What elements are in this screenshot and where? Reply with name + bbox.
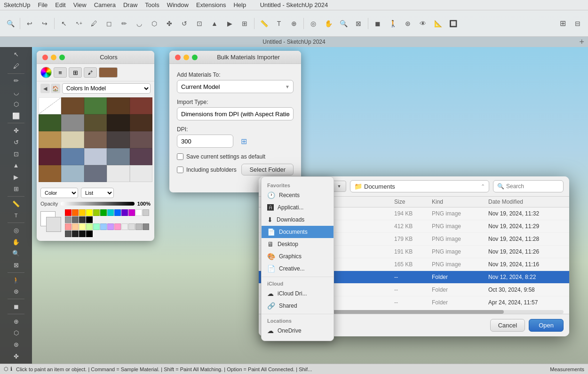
- tool-arc[interactable]: ◡: [133, 17, 146, 30]
- tool-pencil[interactable]: ✏: [118, 17, 131, 30]
- tool-more1[interactable]: ⊞: [556, 17, 569, 30]
- mini-swatch-mgray[interactable]: [65, 216, 72, 223]
- color-swatch-19[interactable]: [130, 148, 152, 165]
- color-swatch-14[interactable]: [130, 131, 152, 148]
- tool-eraser[interactable]: ◻: [103, 17, 116, 30]
- tool-section[interactable]: ◼: [371, 17, 384, 30]
- mini-swatch-extra3[interactable]: [135, 223, 142, 230]
- mini-swatch-lime[interactable]: [86, 209, 93, 216]
- mini-swatch-blue[interactable]: [114, 209, 121, 216]
- tool-section-left[interactable]: ◼: [6, 301, 26, 312]
- mini-swatch-yellow[interactable]: [79, 209, 86, 216]
- tool-position[interactable]: ⊛: [401, 17, 414, 30]
- favorites-item-recents[interactable]: 🕐 Recents: [262, 189, 334, 201]
- menu-item-sketchup[interactable]: SketchUp: [4, 1, 30, 8]
- menu-item-tools[interactable]: Tools: [145, 1, 159, 8]
- tool-lookaround[interactable]: 👁: [416, 17, 429, 30]
- tool-pencil-left[interactable]: ✏: [6, 75, 26, 86]
- background-swatch[interactable]: [46, 217, 61, 232]
- tool-offset-left[interactable]: ⊞: [6, 183, 26, 194]
- menu-item-window[interactable]: Window: [167, 1, 189, 8]
- favorites-item-icloud[interactable]: ☁ iCloud Dri...: [262, 287, 334, 300]
- tool-redo[interactable]: ↪: [38, 17, 51, 30]
- color-swatch-transparent[interactable]: [39, 97, 61, 114]
- mini-swatch-extra6[interactable]: [72, 231, 79, 237]
- tool-zoom-ext-left[interactable]: ⊠: [6, 260, 26, 271]
- color-swatch-1[interactable]: [61, 97, 84, 114]
- tool-scale-left[interactable]: ⊡: [6, 149, 26, 159]
- color-swatch-6[interactable]: [61, 114, 84, 131]
- mini-swatch-extra5[interactable]: [65, 231, 72, 237]
- tool-select-left[interactable]: ↖: [6, 49, 26, 60]
- mini-swatch-red[interactable]: [65, 209, 72, 216]
- color-swatch-13[interactable]: [107, 131, 129, 148]
- favorites-item-onedrive[interactable]: ☁ OneDrive: [262, 325, 334, 337]
- bulk-minimize-button[interactable]: [183, 55, 189, 60]
- menu-item-camera[interactable]: Camera: [94, 1, 116, 8]
- tool-undo[interactable]: ↩: [23, 17, 36, 30]
- color-swatch-18[interactable]: [107, 148, 129, 165]
- tool-shapes[interactable]: ⬡: [148, 17, 161, 30]
- color-swatch-17[interactable]: [84, 148, 107, 165]
- tool-rotate[interactable]: ↺: [178, 17, 191, 30]
- tool-push[interactable]: ▲: [208, 17, 221, 30]
- mini-swatch-dgray[interactable]: [72, 216, 79, 223]
- colors-home-button[interactable]: 🏠: [51, 84, 60, 93]
- tool-zoom[interactable]: 🔍: [337, 17, 350, 30]
- tool-text[interactable]: T: [272, 17, 286, 30]
- including-subfolders-checkbox[interactable]: [177, 167, 183, 173]
- tool-rotate-left[interactable]: ↺: [6, 137, 26, 148]
- tool-tape[interactable]: 📏: [257, 17, 270, 30]
- fp-cancel-button[interactable]: Cancel: [490, 319, 525, 332]
- color-list-select[interactable]: List: [81, 188, 114, 198]
- dpi-grid-icon[interactable]: ⊞: [237, 135, 250, 148]
- menu-item-extensions[interactable]: Extensions: [196, 1, 226, 8]
- mini-swatch-extra4[interactable]: [143, 223, 149, 230]
- colors-back-button[interactable]: ◀: [40, 84, 50, 93]
- tool-text-left[interactable]: T: [6, 210, 26, 221]
- mini-swatch-pink[interactable]: [65, 223, 72, 230]
- mini-swatch-black[interactable]: [86, 216, 93, 223]
- color-swatch-2[interactable]: [84, 97, 107, 114]
- tool-paint[interactable]: 🖊: [87, 17, 101, 30]
- tool-walkthrough[interactable]: 🚶: [386, 17, 399, 30]
- tool-rect-left[interactable]: ⬜: [6, 111, 26, 121]
- save-default-checkbox[interactable]: [177, 153, 183, 160]
- favorites-item-downloads[interactable]: ⬇ Downloads: [262, 214, 334, 226]
- color-sliders-icon[interactable]: ≡: [54, 67, 67, 78]
- tool-poly-left[interactable]: ⬡: [6, 99, 26, 110]
- fp-search-bar[interactable]: 🔍: [493, 180, 564, 192]
- menu-item-file[interactable]: File: [38, 1, 48, 8]
- menu-item-draw[interactable]: Draw: [123, 1, 137, 8]
- dpi-input[interactable]: [177, 135, 233, 148]
- bulk-maximize-button[interactable]: [192, 55, 198, 60]
- tool-sandbox-left[interactable]: ⊛: [6, 339, 26, 350]
- mini-swatch-rose[interactable]: [114, 223, 121, 230]
- tool-zoom-left[interactable]: 🔍: [6, 248, 26, 259]
- mini-swatch-lavender[interactable]: [107, 223, 114, 230]
- favorites-item-graphics[interactable]: 🎨 Graphics: [262, 250, 334, 263]
- color-palette-icon[interactable]: ⊞: [69, 67, 82, 78]
- tool-orbit[interactable]: ◎: [307, 17, 320, 30]
- color-swatch-5[interactable]: [39, 114, 61, 131]
- tool-measure[interactable]: 📐: [431, 17, 445, 30]
- color-swatch-12[interactable]: [84, 131, 107, 148]
- tool-axes-left[interactable]: ⊕: [6, 316, 26, 327]
- opacity-slider[interactable]: [61, 202, 135, 206]
- color-swatch-11[interactable]: [61, 131, 84, 148]
- color-swatch-9[interactable]: [130, 114, 152, 131]
- mini-swatch-chartreuse[interactable]: [93, 209, 100, 216]
- fp-location-bar[interactable]: 📁 Documents ⌃: [350, 180, 489, 192]
- tool-push-left[interactable]: ▲: [6, 160, 26, 171]
- mini-swatch-purple[interactable]: [121, 209, 128, 216]
- color-swatch-24[interactable]: [130, 165, 152, 182]
- color-crayons-icon[interactable]: 🖍: [84, 67, 97, 78]
- color-swatch-15[interactable]: [39, 148, 61, 165]
- tool-pan-left[interactable]: ✋: [6, 237, 26, 247]
- favorites-item-shared[interactable]: 🔗 Shared: [262, 300, 334, 312]
- color-swatch-23[interactable]: [107, 165, 129, 182]
- favorites-item-creative[interactable]: 📄 Creative...: [262, 263, 334, 275]
- mini-swatch-extra8[interactable]: [86, 231, 93, 237]
- tool-select2[interactable]: ↖+: [72, 17, 86, 30]
- color-swatch-21[interactable]: [61, 165, 84, 182]
